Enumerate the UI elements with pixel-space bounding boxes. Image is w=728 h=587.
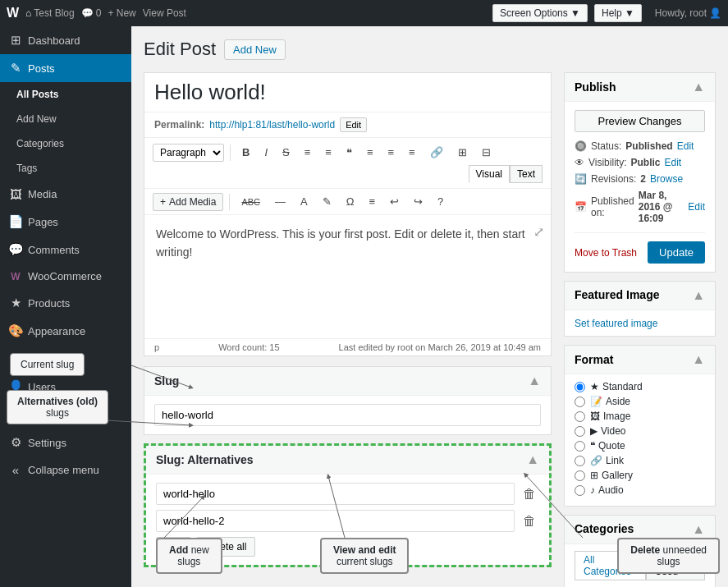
format-header[interactable]: Format ▲ xyxy=(565,346,715,374)
editor-content-text: Welcome to WordPress. This is your first… xyxy=(156,227,525,259)
add-new-button[interactable]: Add New xyxy=(224,39,286,60)
status-edit-link[interactable]: Edit xyxy=(677,140,694,152)
format-item-image: 🖼 Image xyxy=(575,410,705,422)
insert-more-button[interactable]: ⊞ xyxy=(452,143,473,162)
sidebar-item-media[interactable]: 🖼 Media xyxy=(0,181,131,208)
ordered-list-button[interactable]: ≡ xyxy=(319,143,337,162)
categories-toggle: ▲ xyxy=(692,522,705,537)
redo-button[interactable]: ↪ xyxy=(408,192,428,211)
comments-count[interactable]: 💬 0 xyxy=(81,7,102,19)
visual-tab[interactable]: Visual xyxy=(469,165,510,183)
screen-options-button[interactable]: Screen Options ▼ xyxy=(492,4,588,22)
sidebar-subitem-add-new[interactable]: Add New xyxy=(0,107,131,131)
toolbar-separator xyxy=(230,144,231,161)
delete-all-slugs-button[interactable]: Delete all xyxy=(196,537,255,557)
align-right-button[interactable]: ≡ xyxy=(403,143,421,162)
sidebar-subitem-tags[interactable]: Tags xyxy=(0,156,131,181)
format-radio-standard[interactable] xyxy=(575,382,585,392)
publish-header[interactable]: Publish ▲ xyxy=(565,73,715,102)
format-radio-link[interactable] xyxy=(575,456,585,466)
format-radio-image[interactable] xyxy=(575,411,585,422)
format-label-image[interactable]: 🖼 Image xyxy=(590,410,630,422)
edit-slug-button[interactable]: Edit xyxy=(340,117,367,132)
format-label-link[interactable]: 🔗 Link xyxy=(590,455,624,466)
sidebar-item-comments[interactable]: 💬 Comments xyxy=(0,236,131,264)
help-button[interactable]: Help ▼ xyxy=(594,4,642,22)
undo-button[interactable]: ↩ xyxy=(384,192,405,211)
delete-slug-1-button[interactable]: 🗑 xyxy=(520,485,539,503)
revisions-browse-link[interactable]: Browse xyxy=(650,173,683,185)
indent-button[interactable]: ≡ xyxy=(363,192,381,211)
blockquote-button[interactable]: ❝ xyxy=(341,143,358,162)
new-post-link[interactable]: + New xyxy=(108,7,135,19)
format-label-aside[interactable]: 📝 Aside xyxy=(590,396,630,407)
paragraph-select[interactable]: Paragraph xyxy=(153,144,224,162)
sidebar-item-appearance[interactable]: 🎨 Appearance xyxy=(0,317,131,345)
strikethrough-button[interactable]: S xyxy=(277,143,295,162)
slug-alt-input-1[interactable] xyxy=(156,483,515,505)
format-label-gallery[interactable]: ⊞ Gallery xyxy=(590,470,633,481)
italic-button[interactable]: I xyxy=(259,143,273,162)
add-media-button[interactable]: + Add Media xyxy=(153,193,223,211)
sidebar-item-posts[interactable]: ✎ Posts xyxy=(0,54,131,82)
update-button[interactable]: Update xyxy=(648,241,705,264)
all-categories-tab[interactable]: All Categories xyxy=(575,551,646,580)
format-box: Format ▲ ★ Standard 📝 Aside xyxy=(564,345,716,507)
format-radio-video[interactable] xyxy=(575,426,585,437)
align-center-button[interactable]: ≡ xyxy=(382,143,400,162)
delete-slug-2-button[interactable]: 🗑 xyxy=(520,512,539,530)
format-radio-quote[interactable] xyxy=(575,441,585,452)
preview-changes-button[interactable]: Preview Changes xyxy=(575,110,705,132)
post-title-input[interactable] xyxy=(144,73,551,112)
slug-input[interactable] xyxy=(154,404,541,426)
slug-box-header[interactable]: Slug ▲ xyxy=(144,367,551,396)
abc-button[interactable]: ABC xyxy=(236,194,266,210)
format-radio-audio[interactable] xyxy=(575,485,585,496)
sidebar-item-woocommerce[interactable]: W WooCommerce xyxy=(0,264,131,289)
sidebar-item-products[interactable]: ★ Products xyxy=(0,289,131,317)
align-left-button[interactable]: ≡ xyxy=(361,143,379,162)
published-edit-link[interactable]: Edit xyxy=(688,201,705,213)
sidebar-item-collapse[interactable]: « Collapse menu xyxy=(0,456,131,484)
text-tab[interactable]: Text xyxy=(510,165,543,183)
format-toggle: ▲ xyxy=(692,352,705,367)
unordered-list-button[interactable]: ≡ xyxy=(299,143,317,162)
slug-alt-input-2[interactable] xyxy=(156,510,515,532)
publish-date: 📅 Published on: Mar 8, 2016 @ 16:09 Edit xyxy=(575,190,705,224)
visibility-edit-link[interactable]: Edit xyxy=(664,157,681,168)
revisions-icon: 🔄 xyxy=(575,173,587,185)
view-post-link[interactable]: View Post xyxy=(143,7,186,19)
permalink-url[interactable]: http://hlp1:81/last/hello-world xyxy=(209,119,335,131)
format-radio-aside[interactable] xyxy=(575,397,585,407)
editor-content[interactable]: Welcome to WordPress. This is your first… xyxy=(144,215,551,338)
sidebar-subitem-all-posts[interactable]: All Posts xyxy=(0,82,131,107)
most-used-tab[interactable]: Most Used xyxy=(646,551,705,580)
sidebar-item-pages[interactable]: 📄 Pages xyxy=(0,208,131,236)
format-label-video[interactable]: ▶ Video xyxy=(590,425,625,437)
text-color-button[interactable]: A xyxy=(295,192,314,211)
special-char-button[interactable]: Ω xyxy=(341,192,360,211)
move-to-trash-link[interactable]: Move to Trash xyxy=(575,247,637,259)
format-label-audio[interactable]: ♪ Audio xyxy=(590,484,624,496)
site-name[interactable]: ⌂ Test Blog xyxy=(25,7,75,19)
expand-editor-button[interactable]: ⤢ xyxy=(533,222,544,243)
format-label-quote[interactable]: ❝ Quote xyxy=(590,440,625,452)
format-label-standard[interactable]: ★ Standard xyxy=(590,381,643,392)
featured-image-header[interactable]: Featured Image ▲ xyxy=(565,282,715,310)
help-toolbar-button[interactable]: ? xyxy=(432,192,449,211)
set-featured-image-link[interactable]: Set featured image xyxy=(575,318,657,329)
toolbar-toggle-button[interactable]: ⊟ xyxy=(476,143,497,162)
categories-header[interactable]: Categories ▲ xyxy=(565,516,715,544)
bold-button[interactable]: B xyxy=(236,143,255,162)
link-button[interactable]: 🔗 xyxy=(424,143,449,162)
slug-alternatives-header[interactable]: Slug: Alternatives ▲ xyxy=(146,446,549,475)
sidebar-subitem-categories[interactable]: Categories xyxy=(0,131,131,156)
hr-button[interactable]: — xyxy=(269,192,291,211)
format-radio-gallery[interactable] xyxy=(575,470,585,481)
paste-as-text-button[interactable]: ✎ xyxy=(317,192,337,211)
sidebar-item-settings[interactable]: ⚙ Settings xyxy=(0,429,131,456)
wp-logo-icon[interactable]: W xyxy=(7,6,19,21)
sidebar-item-dashboard[interactable]: ⊞ Dashboard xyxy=(0,26,131,54)
add-slug-button[interactable]: Add xyxy=(156,537,191,557)
visual-text-tabs: Visual Text xyxy=(469,165,543,183)
